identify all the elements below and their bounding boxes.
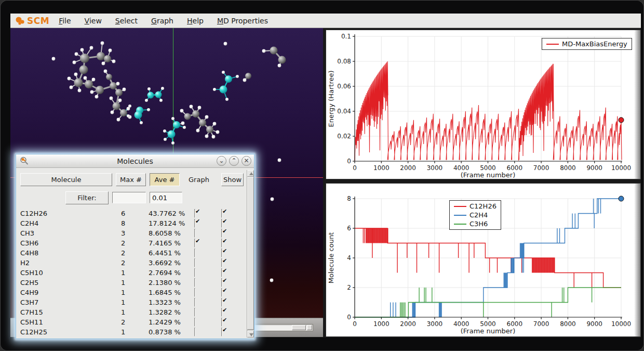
graph-checkbox[interactable] bbox=[194, 239, 195, 248]
show-checkbox[interactable] bbox=[221, 318, 222, 327]
hydrogen-atom[interactable] bbox=[118, 99, 122, 102]
carbon-atom[interactable] bbox=[97, 52, 105, 60]
filter-name-input[interactable] bbox=[112, 192, 146, 203]
highlighted-hydrogen-atom[interactable] bbox=[147, 87, 151, 90]
dialog-minimize-button[interactable]: ⌄ bbox=[217, 156, 226, 166]
series-end-marker[interactable] bbox=[619, 196, 624, 201]
hydrogen-atom[interactable] bbox=[224, 42, 227, 46]
highlighted-hydrogen-atom[interactable] bbox=[171, 117, 175, 120]
graph-checkbox[interactable] bbox=[194, 268, 195, 277]
hydrogen-atom[interactable] bbox=[75, 53, 78, 56]
highlighted-hydrogen-atom[interactable] bbox=[171, 141, 175, 145]
hydrogen-atom[interactable] bbox=[278, 159, 281, 162]
molecule-count-chart[interactable]: 0246801000200030004000500060007000800090… bbox=[326, 184, 640, 336]
highlighted-hydrogen-atom[interactable] bbox=[225, 98, 229, 101]
highlighted-carbon-atom[interactable] bbox=[220, 86, 227, 94]
hydrogen-atom[interactable] bbox=[117, 118, 120, 122]
hydrogen-atom[interactable] bbox=[101, 42, 104, 45]
hydrogen-atom[interactable] bbox=[198, 106, 202, 110]
show-checkbox[interactable] bbox=[221, 328, 222, 336]
carbon-atom[interactable] bbox=[184, 113, 191, 120]
carbon-atom[interactable] bbox=[110, 82, 117, 89]
carbon-atom[interactable] bbox=[85, 80, 93, 88]
hydrogen-atom[interactable] bbox=[270, 279, 274, 282]
hydrogen-atom[interactable] bbox=[68, 77, 71, 81]
hydrogen-atom[interactable] bbox=[216, 131, 220, 134]
highlighted-hydrogen-atom[interactable] bbox=[128, 105, 131, 108]
graph-checkbox[interactable] bbox=[194, 278, 195, 287]
carbon-atom[interactable] bbox=[106, 74, 112, 80]
menu-item-md-properties[interactable]: MD Properties bbox=[217, 17, 268, 25]
carbon-atom[interactable] bbox=[192, 110, 199, 118]
carbon-atom[interactable] bbox=[206, 126, 213, 133]
dialog-scrollbar[interactable] bbox=[247, 170, 254, 337]
highlighted-carbon-atom[interactable] bbox=[155, 92, 162, 98]
carbon-atom[interactable] bbox=[245, 73, 251, 79]
carbon-atom[interactable] bbox=[80, 54, 89, 63]
hydrogen-atom[interactable] bbox=[243, 79, 247, 82]
hydrogen-atom[interactable] bbox=[212, 135, 216, 139]
menu-item-graph[interactable]: Graph bbox=[151, 17, 173, 25]
series-end-marker[interactable] bbox=[619, 118, 624, 123]
carbon-atom[interactable] bbox=[115, 89, 123, 96]
carbon-atom[interactable] bbox=[278, 56, 286, 64]
highlighted-carbon-atom[interactable] bbox=[135, 111, 142, 119]
highlighted-hydrogen-atom[interactable] bbox=[236, 75, 239, 78]
hydrogen-atom[interactable] bbox=[196, 129, 200, 133]
hydrogen-atom[interactable] bbox=[90, 46, 93, 50]
scroll-up-arrow-icon[interactable] bbox=[247, 170, 254, 177]
hydrogen-atom[interactable] bbox=[116, 82, 120, 86]
show-column-button[interactable]: Show bbox=[221, 173, 244, 186]
hydrogen-atom[interactable] bbox=[78, 89, 82, 93]
highlighted-hydrogen-atom[interactable] bbox=[163, 129, 166, 133]
highlighted-carbon-atom[interactable] bbox=[225, 75, 232, 83]
hydrogen-atom[interactable] bbox=[92, 78, 96, 82]
frame-slider-thumb[interactable] bbox=[292, 325, 306, 330]
carbon-atom[interactable] bbox=[270, 47, 278, 55]
carbon-atom[interactable] bbox=[120, 109, 127, 116]
hydrogen-atom[interactable] bbox=[190, 105, 193, 109]
sort-by-max-button[interactable]: Max # bbox=[116, 173, 146, 186]
hydrogen-atom[interactable] bbox=[111, 111, 114, 114]
hydrogen-atom[interactable] bbox=[70, 86, 73, 89]
hydrogen-atom[interactable] bbox=[213, 122, 217, 126]
show-checkbox[interactable] bbox=[221, 219, 222, 228]
carbon-atom[interactable] bbox=[96, 86, 104, 94]
hydrogen-atom[interactable] bbox=[278, 64, 281, 68]
highlighted-hydrogen-atom[interactable] bbox=[222, 71, 225, 74]
carbon-atom[interactable] bbox=[104, 55, 111, 62]
sort-by-ave-button[interactable]: Ave # bbox=[150, 173, 180, 186]
hydrogen-atom[interactable] bbox=[52, 57, 56, 61]
hydrogen-atom[interactable] bbox=[104, 70, 108, 73]
hydrogen-atom[interactable] bbox=[90, 90, 94, 94]
highlighted-hydrogen-atom[interactable] bbox=[159, 99, 163, 102]
graph-checkbox[interactable] bbox=[194, 229, 195, 238]
graph-checkbox[interactable] bbox=[194, 288, 195, 297]
highlighted-hydrogen-atom[interactable] bbox=[161, 87, 164, 90]
dialog-restore-button[interactable]: ⌃ bbox=[229, 156, 239, 166]
graph-checkbox[interactable] bbox=[194, 308, 195, 317]
hydrogen-atom[interactable] bbox=[181, 122, 185, 125]
hydrogen-atom[interactable] bbox=[110, 97, 113, 100]
show-checkbox[interactable] bbox=[221, 278, 222, 287]
highlighted-hydrogen-atom[interactable] bbox=[213, 88, 216, 91]
hydrogen-atom[interactable] bbox=[205, 115, 209, 119]
menu-item-help[interactable]: Help bbox=[187, 17, 204, 25]
hydrogen-atom[interactable] bbox=[271, 198, 274, 201]
menu-item-view[interactable]: View bbox=[85, 17, 102, 25]
menu-item-file[interactable]: File bbox=[59, 17, 71, 25]
show-checkbox[interactable] bbox=[221, 268, 222, 277]
graph-checkbox[interactable] bbox=[194, 318, 195, 327]
carbon-atom[interactable] bbox=[79, 66, 88, 74]
highlighted-hydrogen-atom[interactable] bbox=[145, 99, 148, 102]
hydrogen-atom[interactable] bbox=[112, 60, 116, 63]
hydrogen-atom[interactable] bbox=[81, 48, 84, 52]
show-checkbox[interactable] bbox=[221, 239, 222, 248]
carbon-atom[interactable] bbox=[199, 119, 206, 126]
show-checkbox[interactable] bbox=[221, 258, 222, 267]
sort-by-molecule-button[interactable]: Molecule bbox=[20, 173, 112, 186]
highlighted-carbon-atom[interactable] bbox=[168, 131, 176, 138]
show-checkbox[interactable] bbox=[221, 288, 222, 297]
energy-chart[interactable]: 00.020.040.060.080.101000200030004000500… bbox=[326, 30, 640, 179]
carbon-atom[interactable] bbox=[113, 102, 120, 110]
